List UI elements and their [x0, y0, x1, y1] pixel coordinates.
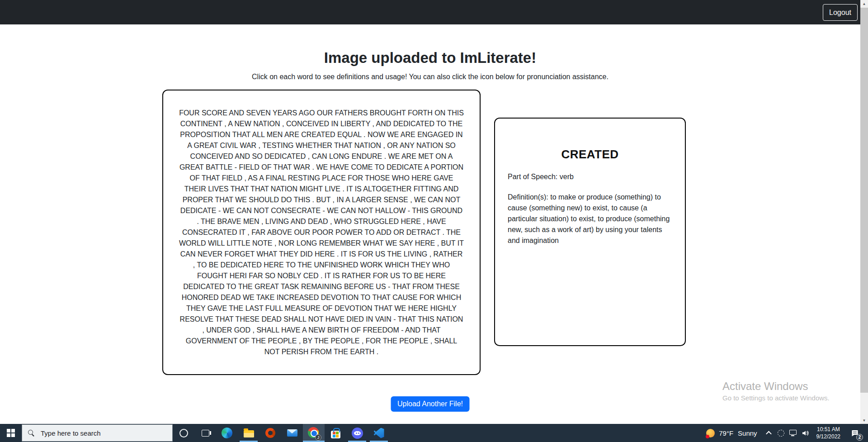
page-title: Image uploaded to ImLiterate!	[0, 49, 860, 67]
top-navbar: Logout	[0, 0, 860, 24]
taskbar-item-edge[interactable]	[216, 424, 238, 442]
taskbar-item-vscode[interactable]	[368, 424, 390, 442]
weather-sun-icon	[706, 429, 715, 437]
watermark-title: Activate Windows	[722, 380, 830, 393]
chevron-up-icon	[766, 431, 772, 437]
taskbar-clock[interactable]: 10:51 AM 9/12/2022	[811, 426, 845, 440]
tray-network[interactable]	[787, 424, 799, 442]
search-placeholder: Type here to search	[41, 429, 101, 437]
scrollbar-up-arrow[interactable]: ▲	[860, 0, 868, 7]
weather-condition: Sunny	[738, 429, 757, 437]
clock-time: 10:51 AM	[816, 426, 840, 433]
mail-icon	[287, 429, 297, 437]
action-center-button[interactable]: 2	[845, 424, 864, 442]
clock-date: 9/12/2022	[816, 433, 840, 440]
office-icon	[265, 428, 275, 438]
cortana-icon	[179, 429, 188, 437]
page-subtitle: Click on each word to see definitions an…	[0, 73, 860, 81]
notification-count-badge: 2	[856, 434, 863, 441]
search-icon	[28, 430, 35, 437]
taskbar-item-chrome[interactable]: J	[303, 424, 325, 442]
definition-panel: CREATED Part of Speech: verb Definition(…	[494, 118, 686, 346]
ocr-text-panel: FOUR SCORE AND SEVEN YEARS AGO OUR FATHE…	[162, 90, 481, 375]
taskbar-item-office[interactable]	[259, 424, 281, 442]
tray-volume[interactable]	[799, 424, 811, 442]
windows-taskbar: Type here to search J	[0, 424, 868, 442]
taskbar-search[interactable]: Type here to search	[22, 424, 173, 442]
tray-chevron-up[interactable]	[763, 424, 775, 442]
network-icon	[789, 430, 797, 435]
taskbar-item-task-view[interactable]	[194, 424, 216, 442]
taskbar-item-cortana[interactable]	[173, 424, 194, 442]
chrome-icon: J	[308, 427, 320, 439]
meet-now-icon	[778, 430, 784, 437]
taskbar-item-discord[interactable]	[346, 424, 368, 442]
vscode-icon	[374, 428, 384, 438]
taskbar-item-file-explorer[interactable]	[238, 424, 259, 442]
main-content: Image uploaded to ImLiterate! Click on e…	[0, 24, 860, 424]
watermark-subtitle: Go to Settings to activate Windows.	[722, 394, 830, 402]
volume-icon	[802, 429, 809, 437]
page-scrollbar[interactable]: ▲ ▼	[860, 0, 868, 424]
taskbar-weather[interactable]: 79°F Sunny	[701, 429, 762, 437]
scrollbar-down-arrow[interactable]: ▼	[860, 417, 868, 424]
ocr-text[interactable]: FOUR SCORE AND SEVEN YEARS AGO OUR FATHE…	[179, 108, 464, 357]
taskbar-item-store[interactable]	[325, 424, 346, 442]
upload-another-file-button[interactable]: Upload Another File!	[391, 396, 470, 412]
definition-text: Definition(s): to make or produce (somet…	[508, 192, 672, 246]
task-view-icon	[202, 430, 209, 437]
activate-windows-watermark: Activate Windows Go to Settings to activ…	[722, 380, 830, 402]
scrollbar-thumb[interactable]	[860, 8, 868, 393]
system-tray: 79°F Sunny 10:51 AM 9/12/2022 2	[701, 424, 868, 442]
discord-icon	[352, 428, 363, 439]
part-of-speech: Part of Speech: verb	[508, 173, 672, 181]
taskbar-item-mail[interactable]	[281, 424, 303, 442]
start-button[interactable]	[0, 424, 22, 442]
chrome-profile-badge: J	[315, 434, 321, 441]
edge-icon	[222, 428, 232, 438]
selected-word: CREATED	[508, 147, 672, 162]
file-explorer-icon	[244, 430, 254, 437]
windows-logo-icon	[7, 429, 15, 437]
weather-temperature: 79°F	[719, 429, 733, 437]
microsoft-store-icon	[331, 431, 340, 438]
logout-button[interactable]: Logout	[823, 4, 858, 21]
tray-meet-now[interactable]	[775, 424, 787, 442]
